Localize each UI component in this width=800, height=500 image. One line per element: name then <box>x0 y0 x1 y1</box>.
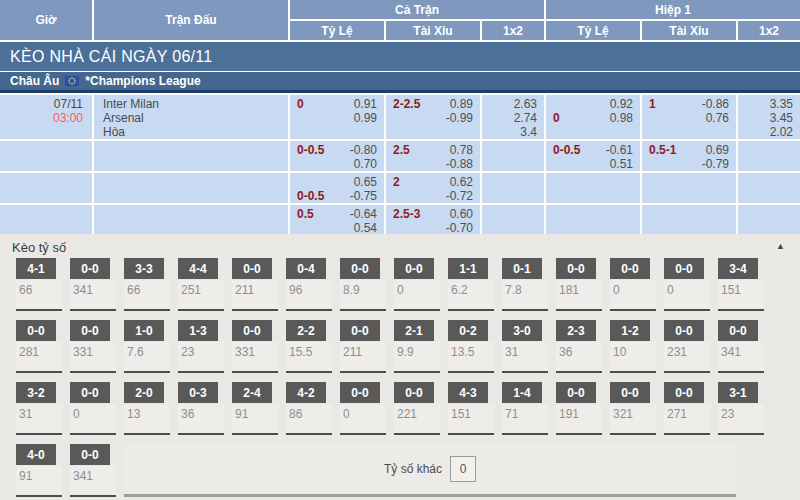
score-box[interactable]: 0-0341 <box>718 320 764 373</box>
league-bar[interactable]: Châu Âu *Champions League <box>0 72 800 93</box>
handicap-label: 0.5 <box>297 207 314 221</box>
score-box[interactable]: 0-17.8 <box>502 258 548 311</box>
odds-value: 2.63 <box>489 97 537 111</box>
score-box[interactable]: 3-123 <box>718 382 764 435</box>
odds-cell-fulltime-overunder[interactable]: 2.5-30.60-0.70 <box>386 205 480 234</box>
odds-cell-firsthalf-overunder <box>642 205 736 234</box>
score-box[interactable]: 0-0281 <box>16 320 62 373</box>
collapse-chevron-icon[interactable]: ▲ <box>776 241 785 251</box>
score-box[interactable]: 0-336 <box>178 382 224 435</box>
score-label: 1-0 <box>124 320 164 341</box>
score-box[interactable]: 0-0231 <box>664 320 710 373</box>
odds-value: 0.91 <box>354 97 377 111</box>
score-box[interactable]: 1-07.6 <box>124 320 170 373</box>
score-odds-value: 191 <box>556 404 602 435</box>
score-label: 0-0 <box>664 258 704 279</box>
score-label: 0-3 <box>178 382 218 403</box>
odds-cell-fulltime-handicap[interactable]: 0.5-0.640.54 <box>290 205 384 234</box>
score-box[interactable]: 2-336 <box>556 320 602 373</box>
score-odds-value: 151 <box>448 404 494 435</box>
score-box[interactable]: 4-286 <box>286 382 332 435</box>
other-score-panel: Tỷ số khác0 <box>124 444 736 497</box>
score-box[interactable]: 0-0331 <box>70 320 116 373</box>
odds-cell-fulltime-overunder[interactable]: 2.50.78-0.88 <box>386 141 480 171</box>
score-box[interactable]: 0-0221 <box>394 382 440 435</box>
other-score-input[interactable]: 0 <box>450 456 476 482</box>
score-odds-value: 331 <box>70 342 116 373</box>
score-box[interactable]: 4-3151 <box>448 382 494 435</box>
score-box[interactable]: 2-19.9 <box>394 320 440 373</box>
score-box[interactable]: 0-00 <box>664 258 710 311</box>
score-odds-value: 36 <box>178 404 224 435</box>
score-box[interactable]: 3-031 <box>502 320 548 373</box>
score-box[interactable]: 0-0331 <box>232 320 278 373</box>
odds-cell-firsthalf-overunder[interactable]: 0.5-10.69-0.79 <box>642 141 736 171</box>
score-box[interactable]: 4-4251 <box>178 258 224 311</box>
odds-cell-firsthalf-overunder <box>642 173 736 203</box>
score-box[interactable]: 2-215.5 <box>286 320 332 373</box>
score-box[interactable]: 0-0191 <box>556 382 602 435</box>
score-box[interactable]: 3-4151 <box>718 258 764 311</box>
score-section-header: Kèo tỷ số ▲ <box>0 234 800 258</box>
score-box[interactable]: 0-0181 <box>556 258 602 311</box>
handicap-label: 0.5-1 <box>649 143 676 157</box>
score-label: 2-2 <box>286 320 326 341</box>
score-box[interactable]: 2-491 <box>232 382 278 435</box>
score-box[interactable]: 0-08.9 <box>340 258 386 311</box>
score-label: 0-0 <box>556 258 596 279</box>
handicap-label: 0 <box>553 111 560 125</box>
odds-line: 0.5-10.69 <box>649 143 729 157</box>
odds-value: -0.75 <box>350 189 377 203</box>
odds-value: 0.69 <box>706 143 729 157</box>
score-odds-section: Kèo tỷ số ▲ 4-1660-03413-3664-42510-0211… <box>0 234 800 500</box>
score-box[interactable]: 1-471 <box>502 382 548 435</box>
score-box[interactable]: 1-16.2 <box>448 258 494 311</box>
odds-cell-firsthalf-handicap[interactable]: 0.9200.98 <box>546 95 640 139</box>
score-box[interactable]: 3-366 <box>124 258 170 311</box>
score-box[interactable]: 0-00 <box>394 258 440 311</box>
score-box[interactable]: 0-0271 <box>664 382 710 435</box>
odds-line: -0.99 <box>393 111 473 125</box>
score-box[interactable]: 0-0211 <box>340 320 386 373</box>
score-box[interactable]: 0-0341 <box>70 258 116 311</box>
odds-line: 0-0.5-0.75 <box>297 189 377 203</box>
odds-cell-fulltime-overunder[interactable]: 20.62-0.72 <box>386 173 480 203</box>
score-box[interactable]: 1-210 <box>610 320 656 373</box>
odds-cell-firsthalf-handicap[interactable]: 0-0.5-0.610.51 <box>546 141 640 171</box>
odds-cell-firsthalf-1x2 <box>738 205 800 234</box>
score-label: 0-0 <box>340 258 380 279</box>
odds-cell-fulltime-handicap[interactable]: 0.650-0.5-0.75 <box>290 173 384 203</box>
header-ft-handicap: Tỷ Lệ <box>290 21 384 40</box>
score-box[interactable]: 0-0211 <box>232 258 278 311</box>
score-box[interactable]: 3-231 <box>16 382 62 435</box>
odds-cell-fulltime-overunder[interactable]: 2-2.50.89-0.99 <box>386 95 480 139</box>
match-time: 03:00 <box>0 111 83 125</box>
score-odds-value: 23 <box>178 342 224 373</box>
betting-odds-page: Giờ Trận Đấu Cả Trận Hiệp 1 Tỷ Lệ Tài Xỉ… <box>0 0 800 500</box>
odds-value: 3.45 <box>745 111 793 125</box>
score-box[interactable]: 0-496 <box>286 258 332 311</box>
score-box[interactable]: 0-0341 <box>70 444 116 497</box>
score-box[interactable]: 2-013 <box>124 382 170 435</box>
score-box[interactable]: 0-0321 <box>610 382 656 435</box>
odds-cell-firsthalf-handicap <box>546 205 640 234</box>
score-box[interactable]: 4-091 <box>16 444 62 497</box>
odds-cell-firsthalf-overunder[interactable]: 1-0.860.76 <box>642 95 736 139</box>
score-odds-value: 23 <box>718 404 764 435</box>
score-box[interactable]: 0-00 <box>340 382 386 435</box>
odds-cell-firsthalf-1x2[interactable]: 3.353.452.02 <box>738 95 800 139</box>
score-label: 0-0 <box>394 382 434 403</box>
handicap-label: 1 <box>649 97 656 111</box>
score-odds-value: 211 <box>232 280 278 311</box>
score-label: 0-2 <box>448 320 488 341</box>
score-odds-value: 91 <box>232 404 278 435</box>
header-match-col: Trận Đấu <box>94 0 288 40</box>
odds-cell-fulltime-handicap[interactable]: 0-0.5-0.800.70 <box>290 141 384 171</box>
score-box[interactable]: 1-323 <box>178 320 224 373</box>
score-box[interactable]: 0-213.5 <box>448 320 494 373</box>
score-box[interactable]: 0-00 <box>610 258 656 311</box>
score-box[interactable]: 0-00 <box>70 382 116 435</box>
odds-cell-fulltime-handicap[interactable]: 00.910.99 <box>290 95 384 139</box>
odds-cell-fulltime-1x2[interactable]: 2.632.743.4 <box>482 95 544 139</box>
score-box[interactable]: 4-166 <box>16 258 62 311</box>
